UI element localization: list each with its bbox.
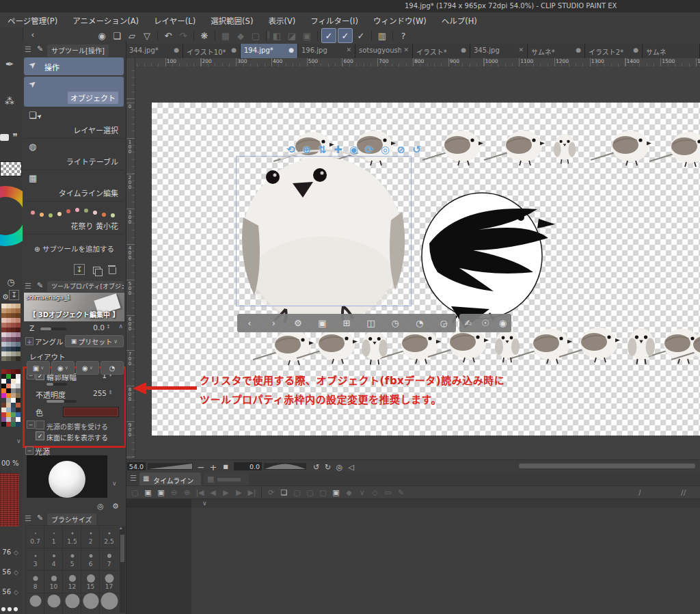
subtool-item-4[interactable]: ▦タイムライン編集: [24, 171, 124, 202]
timeline-tracks-area[interactable]: [126, 508, 700, 614]
open-file-icon[interactable]: ▱: [125, 29, 139, 42]
history-swatch[interactable]: [6, 369, 11, 374]
menu-item-0[interactable]: ページ管理(P): [0, 12, 65, 26]
light-follow-checkbox[interactable]: ✓: [36, 421, 44, 429]
physics-icon[interactable]: ◷: [388, 317, 402, 330]
camera-pan-icon[interactable]: ⊕: [300, 144, 313, 157]
snap-lock-icon[interactable]: ⊘: [394, 144, 407, 157]
history-swatch[interactable]: [1, 412, 6, 417]
history-swatch[interactable]: [16, 388, 21, 393]
tab-timeline[interactable]: ▦ タイムライン: [139, 472, 201, 485]
color-swatch[interactable]: [6, 342, 11, 347]
brush-size-1.5[interactable]: 1.5: [62, 525, 81, 548]
reset-view-icon[interactable]: ↺: [410, 144, 423, 157]
history-swatch[interactable]: [16, 369, 21, 374]
color-swatch[interactable]: [11, 304, 16, 308]
history-swatch[interactable]: [16, 379, 21, 384]
history-swatch[interactable]: [16, 417, 21, 422]
color-swatch[interactable]: [1, 304, 6, 308]
cel-dup-icon[interactable]: ▢: [317, 485, 329, 499]
detail-settings-wrench-icon[interactable]: ⚙: [109, 499, 122, 513]
register-preset-icon[interactable]: ◎: [94, 499, 107, 513]
cel-prev-icon[interactable]: ▢: [291, 485, 304, 499]
frame-icon[interactable]: ▣: [300, 29, 314, 42]
history-swatch[interactable]: [1, 393, 6, 398]
horizontal-scrollbar[interactable]: [519, 464, 695, 468]
timeline-name-cell[interactable]: [126, 499, 191, 508]
frame-area-icon[interactable]: ▭: [381, 485, 394, 499]
cel-settings-icon[interactable]: ▣: [329, 485, 342, 499]
history-swatch[interactable]: [6, 417, 11, 422]
tool-property-menu-icon[interactable]: ☰: [25, 282, 31, 291]
color-swatch[interactable]: [6, 318, 11, 323]
history-swatch[interactable]: [1, 374, 6, 379]
opacity-value[interactable]: 255: [92, 389, 107, 397]
brush-size-40[interactable]: [81, 593, 100, 614]
menu-item-2[interactable]: レイヤー(L): [146, 12, 203, 26]
outline-color-swatch[interactable]: [63, 407, 119, 417]
document-tab-8[interactable]: イラスト2*●: [585, 44, 643, 58]
document-tab-5[interactable]: イラスト*●: [413, 44, 470, 58]
color-swatch[interactable]: [16, 323, 21, 328]
brush-size-0.7[interactable]: 0.7: [25, 525, 44, 548]
subtool-item-3[interactable]: ◍ライトテーブル: [24, 139, 124, 170]
history-swatch[interactable]: [1, 384, 6, 388]
snap-special-ruler-icon[interactable]: ✓: [338, 28, 353, 43]
undo-icon[interactable]: ↶: [161, 29, 175, 42]
color-swatch[interactable]: [16, 342, 21, 347]
reset-pose-icon[interactable]: ◶: [437, 317, 450, 330]
floor-shadow-checkbox[interactable]: ✓: [36, 431, 44, 440]
color-swatch[interactable]: [6, 304, 11, 308]
light-collapse-icon[interactable]: −: [27, 421, 35, 429]
onion-skin-icon[interactable]: ◆: [342, 485, 355, 499]
object-selection-box[interactable]: [236, 156, 412, 306]
rotation-value[interactable]: 0.0: [234, 462, 262, 470]
canvas-workarea[interactable]: 0100200300400500600700800900 ⟲⊕⇅✚◉⟳◎⊘↺ ‹…: [126, 66, 700, 459]
selection-border-icon[interactable]: ▢: [249, 29, 262, 42]
document-tab-7[interactable]: サムネ*●: [528, 44, 585, 58]
rotate-3d-icon[interactable]: ◉: [347, 144, 360, 157]
color-swatch[interactable]: [1, 332, 6, 337]
z-spinner[interactable]: ▴▾: [107, 323, 109, 329]
color-swatch[interactable]: [6, 323, 11, 328]
onion-menu-icon[interactable]: ∨: [355, 485, 368, 499]
color-swatch[interactable]: [6, 313, 11, 318]
timeline-add-icon[interactable]: ▣: [154, 485, 167, 499]
panel-back-icon[interactable]: ‹: [26, 28, 40, 42]
brush-size-scrollbar[interactable]: ▴: [120, 526, 125, 613]
history-swatch[interactable]: [16, 412, 21, 417]
history-swatch[interactable]: [1, 403, 6, 408]
color-swatch[interactable]: [11, 308, 16, 313]
history-swatch[interactable]: [1, 369, 6, 374]
history-swatch[interactable]: [11, 374, 16, 379]
prev-frame-icon[interactable]: ◀: [206, 485, 219, 499]
object-list-icon[interactable]: ◫: [364, 317, 378, 330]
color-wheel[interactable]: [0, 186, 23, 246]
color-swatch[interactable]: [16, 332, 21, 337]
wrench-icon[interactable]: ⚙: [291, 317, 305, 330]
prev-object-icon[interactable]: ‹: [243, 317, 256, 330]
add-subtool-button[interactable]: ⊕ サブツールを追加する: [23, 243, 126, 254]
close-icon[interactable]: ✕: [346, 46, 351, 53]
menu-item-7[interactable]: ヘルプ(H): [434, 12, 485, 26]
history-swatch[interactable]: [16, 403, 21, 408]
z-value[interactable]: 0.0: [85, 323, 105, 332]
duplicate-subtool-icon[interactable]: [93, 267, 100, 274]
scrollbar-thumb[interactable]: [120, 535, 124, 562]
menu-item-4[interactable]: 表示(V): [260, 12, 303, 26]
document-tab-6[interactable]: 345.jpg✕: [470, 44, 528, 58]
processing-icon[interactable]: ❋: [198, 29, 211, 42]
menu-item-1[interactable]: アニメーション(A): [65, 12, 146, 26]
new-canvas-icon[interactable]: ❏: [110, 29, 124, 42]
document-tab-2[interactable]: 194.jpg*●: [241, 44, 298, 58]
save-file-icon[interactable]: ▽: [140, 29, 154, 42]
subtool-item-5[interactable]: 花祭り 黄小花: [24, 202, 124, 235]
history-swatch[interactable]: [16, 408, 21, 412]
go-first-frame-icon[interactable]: |◀: [193, 485, 206, 499]
history-swatch[interactable]: [6, 412, 11, 417]
move-mode-icon[interactable]: ⊞: [340, 317, 353, 330]
color-swatch[interactable]: [1, 351, 6, 356]
panel-scroll-up-icon[interactable]: ∧: [118, 323, 123, 330]
outline-width-slider[interactable]: [46, 383, 67, 386]
color-swatch[interactable]: [6, 356, 11, 361]
